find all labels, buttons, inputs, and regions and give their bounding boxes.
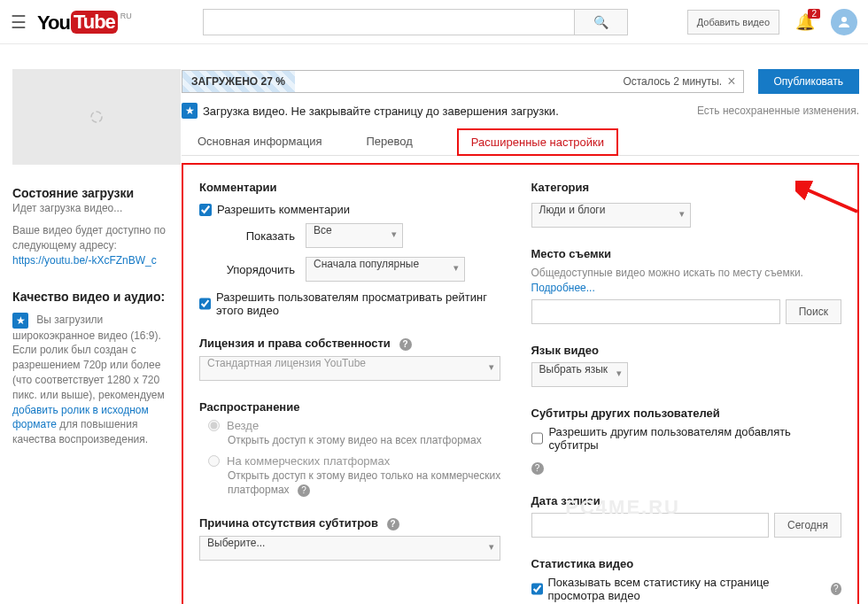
right-column: Категория Люди и блоги Место съемки Обще… bbox=[531, 177, 842, 604]
star-icon: ★ bbox=[12, 313, 28, 329]
date-input[interactable] bbox=[531, 513, 770, 538]
add-video-button[interactable]: Добавить видео bbox=[687, 10, 779, 35]
dist-commercial-radio[interactable] bbox=[208, 455, 220, 467]
avatar[interactable] bbox=[831, 9, 857, 35]
search-input[interactable] bbox=[203, 9, 575, 35]
stats-heading: Статистика видео bbox=[531, 557, 842, 570]
loading-icon bbox=[89, 109, 105, 125]
location-more-link[interactable]: Подробнее... bbox=[531, 282, 595, 294]
video-url-link[interactable]: https://youtu.be/-kXcFZnBW_c bbox=[12, 254, 157, 267]
logo-you: You bbox=[37, 12, 70, 35]
user-icon bbox=[836, 14, 852, 30]
dist-everywhere-label: Везде bbox=[227, 419, 259, 432]
subs-reason-heading: Причина отсутствия субтитров ? bbox=[199, 516, 510, 530]
license-select[interactable]: Стандартная лицензия YouTube bbox=[199, 356, 500, 381]
youtube-logo[interactable]: You Tube RU bbox=[37, 11, 132, 34]
video-url-intro: Ваше видео будет доступно по следующему … bbox=[12, 223, 169, 253]
progress-label: ЗАГРУЖЕНО 27 % bbox=[182, 75, 285, 88]
upload-status-heading: Состояние загрузки bbox=[12, 186, 169, 200]
help-icon[interactable]: ? bbox=[387, 518, 399, 530]
sidebar: Состояние загрузки Идет загрузка видео..… bbox=[0, 69, 182, 604]
dist-everywhere-radio[interactable] bbox=[208, 420, 220, 431]
search-box: 🔍 bbox=[203, 9, 628, 35]
location-search-button[interactable]: Поиск bbox=[786, 299, 841, 324]
tab-advanced[interactable]: Расширенные настройки bbox=[457, 128, 618, 156]
tab-basic[interactable]: Основная информация bbox=[198, 128, 322, 155]
language-heading: Язык видео bbox=[531, 344, 842, 357]
community-subs-checkbox[interactable] bbox=[531, 432, 544, 445]
content: Состояние загрузки Идет загрузка видео..… bbox=[0, 44, 868, 604]
header: ☰ You Tube RU 🔍 Добавить видео 🔔 2 bbox=[0, 0, 868, 44]
progress-row: ЗАГРУЖЕНО 27 % Осталось 2 минуты. × Опуб… bbox=[182, 69, 859, 94]
dist-commercial-desc: Открыть доступ к этому видео только на к… bbox=[228, 469, 510, 497]
language-select[interactable]: Выбрать язык bbox=[531, 362, 629, 387]
tab-translate[interactable]: Перевод bbox=[367, 128, 413, 155]
status-icon: ★ bbox=[182, 103, 198, 119]
notifications-count: 2 bbox=[808, 9, 820, 19]
subs-reason-select[interactable]: Выберите... bbox=[199, 536, 500, 561]
svg-point-0 bbox=[841, 17, 847, 22]
status-message: Загрузка видео. Не закрывайте страницу д… bbox=[203, 105, 559, 118]
show-label: Показать bbox=[217, 229, 295, 243]
help-icon[interactable]: ? bbox=[298, 484, 310, 497]
progress-remaining: Осталось 2 минуты. bbox=[623, 75, 722, 88]
publish-button[interactable]: Опубликовать bbox=[758, 69, 859, 94]
dist-commercial-label: На коммерческих платформах bbox=[227, 454, 390, 468]
unsaved-changes: Есть несохраненные изменения. bbox=[697, 105, 859, 117]
allow-rating-label: Разрешить пользователям просматривать ре… bbox=[216, 290, 510, 317]
logo-tube: Tube bbox=[71, 11, 118, 34]
community-subs-label: Разрешить другим пользователям добавлять… bbox=[548, 425, 841, 452]
upload-status-sub: Идет загрузка видео... bbox=[12, 202, 169, 214]
stats-label: Показывать всем статистику на странице п… bbox=[548, 576, 825, 602]
logo-region: RU bbox=[120, 12, 132, 20]
today-button[interactable]: Сегодня bbox=[774, 513, 841, 538]
svg-point-1 bbox=[91, 112, 102, 122]
search-icon: 🔍 bbox=[593, 15, 608, 29]
video-thumbnail bbox=[12, 69, 181, 165]
progress-bar: ЗАГРУЖЕНО 27 % Осталось 2 минуты. × bbox=[182, 70, 744, 93]
advanced-panel: PC4ME.RU Комментарии Разрешить комментар… bbox=[182, 163, 859, 604]
allow-comments-label: Разрешить комментарии bbox=[217, 203, 350, 216]
allow-comments-checkbox[interactable] bbox=[199, 204, 212, 216]
recording-date-heading: Дата записи bbox=[531, 494, 842, 507]
allow-rating-checkbox[interactable] bbox=[199, 298, 211, 310]
progress-close-button[interactable]: × bbox=[727, 74, 735, 89]
location-hint: Общедоступные видео можно искать по мест… bbox=[531, 266, 842, 296]
location-heading: Место съемки bbox=[531, 247, 842, 260]
header-right: Добавить видео 🔔 2 bbox=[687, 9, 857, 35]
community-subs-heading: Субтитры других пользователей bbox=[531, 407, 842, 420]
menu-icon[interactable]: ☰ bbox=[11, 12, 27, 33]
show-select[interactable]: Все bbox=[306, 223, 403, 248]
help-icon[interactable]: ? bbox=[399, 338, 412, 351]
tabs: Основная информация Перевод Расширенные … bbox=[182, 128, 859, 156]
notifications-button[interactable]: 🔔 2 bbox=[795, 12, 815, 32]
search-button[interactable]: 🔍 bbox=[575, 9, 628, 35]
category-select[interactable]: Люди и блоги bbox=[531, 203, 691, 228]
status-row: ★ Загрузка видео. Не закрывайте страницу… bbox=[182, 103, 859, 119]
license-heading: Лицензия и права собственности ? bbox=[199, 337, 510, 351]
main: ЗАГРУЖЕНО 27 % Осталось 2 минуты. × Опуб… bbox=[182, 69, 868, 604]
comments-heading: Комментарии bbox=[199, 181, 510, 194]
location-input[interactable] bbox=[531, 299, 780, 324]
distribution-heading: Распространение bbox=[199, 400, 510, 414]
quality-text-1: Вы загрузили широкоэкранное видео (16:9)… bbox=[12, 314, 165, 401]
help-icon[interactable]: ? bbox=[831, 583, 841, 595]
category-heading: Категория bbox=[531, 181, 842, 194]
quality-heading: Качество видео и аудио: bbox=[12, 290, 169, 304]
stats-checkbox[interactable] bbox=[531, 583, 543, 595]
sort-label: Упорядочить bbox=[217, 263, 295, 276]
help-icon[interactable]: ? bbox=[531, 462, 544, 475]
left-column: Комментарии Разрешить комментарии Показа… bbox=[199, 177, 510, 604]
sort-select[interactable]: Сначала популярные bbox=[306, 257, 465, 282]
quality-text: ★ Вы загрузили широкоэкранное видео (16:… bbox=[12, 313, 169, 447]
dist-everywhere-desc: Открыть доступ к этому видео на всех пла… bbox=[228, 434, 510, 448]
